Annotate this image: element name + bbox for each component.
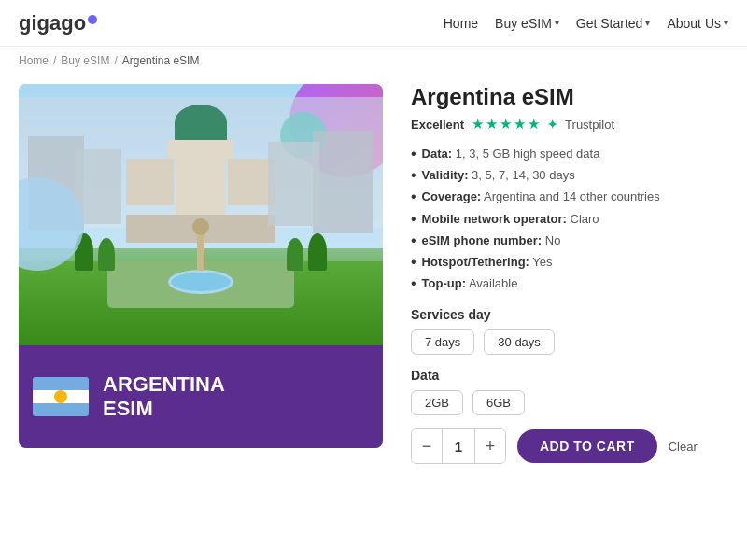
services-day-30[interactable]: 30 days bbox=[484, 329, 555, 355]
spec-coverage: • Coverage: Argentina and 14 other count… bbox=[411, 189, 728, 205]
specs-list: • Data: 1, 3, 5 GB high speed data • Val… bbox=[411, 146, 728, 292]
bullet-icon: • bbox=[411, 168, 416, 183]
data-6gb[interactable]: 6GB bbox=[472, 390, 525, 415]
bullet-icon: • bbox=[411, 255, 416, 270]
flag-sun bbox=[54, 390, 67, 403]
spec-data-value: 1, 3, 5 GB high speed data bbox=[456, 147, 600, 161]
dome-wings bbox=[126, 159, 275, 215]
product-image: ARGENTINA ESIM bbox=[19, 84, 383, 448]
breadcrumb-separator: / bbox=[114, 54, 117, 67]
rating-row: Excellent ★ ★ ★ ★ ★ ✦ Trustpilot bbox=[411, 116, 728, 133]
spec-phone-key: eSIM phone number: bbox=[422, 233, 543, 247]
nav-buy-esim[interactable]: Buy eSIM ▾ bbox=[495, 16, 559, 31]
trustpilot-icon: ✦ bbox=[547, 118, 557, 132]
star-1: ★ bbox=[472, 116, 484, 133]
scene-container bbox=[19, 84, 383, 345]
breadcrumb-buy-esim[interactable]: Buy eSIM bbox=[61, 54, 109, 67]
spec-topup-key: Top-up: bbox=[422, 276, 466, 290]
bullet-icon: • bbox=[411, 276, 416, 291]
spec-hotspot-value: Yes bbox=[532, 255, 552, 269]
bullet-icon: • bbox=[411, 233, 416, 248]
breadcrumb-separator: / bbox=[53, 54, 56, 67]
quantity-decrease-button[interactable]: − bbox=[412, 429, 442, 463]
bullet-icon: • bbox=[411, 189, 416, 204]
spec-data-key: Data: bbox=[422, 147, 453, 161]
banner-text: ARGENTINA ESIM bbox=[103, 372, 225, 422]
logo-text: gigago bbox=[19, 11, 86, 35]
logo-dot bbox=[88, 15, 97, 24]
spec-coverage-value: Argentina and 14 other countries bbox=[484, 189, 660, 203]
dome-cap bbox=[175, 105, 227, 140]
star-4: ★ bbox=[514, 116, 526, 133]
spec-validity: • Validity: 3, 5, 7, 14, 30 days bbox=[411, 167, 728, 184]
star-3: ★ bbox=[500, 116, 512, 133]
breadcrumb-home[interactable]: Home bbox=[19, 54, 49, 67]
logo[interactable]: gigago bbox=[19, 11, 97, 35]
spec-data: • Data: 1, 3, 5 GB high speed data bbox=[411, 146, 728, 162]
tree-2 bbox=[98, 238, 115, 271]
spec-hotspot: • Hotspot/Tethering: Yes bbox=[411, 254, 728, 271]
product-banner: ARGENTINA ESIM bbox=[19, 345, 383, 448]
nav-home[interactable]: Home bbox=[444, 16, 478, 31]
product-details: Argentina eSIM Excellent ★ ★ ★ ★ ★ ✦ Tru… bbox=[411, 84, 728, 464]
nav-about-us[interactable]: About Us ▾ bbox=[667, 16, 728, 31]
wing-left bbox=[126, 159, 174, 205]
services-day-options: 7 days 30 days bbox=[411, 329, 728, 355]
flag-stripe-bottom bbox=[33, 403, 89, 416]
fountain bbox=[168, 270, 233, 294]
spec-network-key: Mobile network operator: bbox=[422, 212, 567, 226]
banner-line1: ARGENTINA bbox=[103, 372, 225, 397]
bullet-icon: • bbox=[411, 212, 416, 227]
data-2gb[interactable]: 2GB bbox=[411, 390, 463, 415]
spec-validity-key: Validity: bbox=[422, 168, 469, 182]
product-title: Argentina eSIM bbox=[411, 84, 728, 110]
star-2: ★ bbox=[486, 116, 498, 133]
argentina-flag bbox=[33, 377, 89, 416]
cart-row: − 1 + ADD TO CART Clear bbox=[411, 428, 728, 464]
building-right-2 bbox=[268, 142, 319, 226]
trustpilot-label: Trustpilot bbox=[565, 118, 614, 132]
bullet-icon: • bbox=[411, 147, 416, 161]
dome-body bbox=[176, 159, 227, 215]
chevron-down-icon: ▾ bbox=[724, 18, 728, 28]
star-rating: ★ ★ ★ ★ ★ bbox=[472, 116, 540, 133]
quantity-control: − 1 + bbox=[411, 428, 506, 464]
spec-hotspot-key: Hotspot/Tethering: bbox=[422, 255, 529, 269]
flag-stripe-top bbox=[33, 377, 89, 390]
data-options: 2GB 6GB bbox=[411, 390, 728, 415]
nav-buy-esim-label: Buy eSIM bbox=[495, 16, 552, 31]
banner-line2: ESIM bbox=[103, 397, 225, 421]
spec-phone-value: No bbox=[545, 233, 561, 247]
spec-network: • Mobile network operator: Claro bbox=[411, 211, 728, 228]
building-right-1 bbox=[313, 131, 374, 233]
monument bbox=[197, 233, 204, 271]
services-day-7[interactable]: 7 days bbox=[411, 329, 474, 355]
monument-top bbox=[192, 218, 209, 235]
services-day-label: Services day bbox=[411, 307, 728, 322]
clear-link[interactable]: Clear bbox=[669, 440, 698, 454]
flag-stripe-middle bbox=[33, 390, 89, 403]
dome-neck bbox=[168, 140, 233, 159]
header: gigago Home Buy eSIM ▾ Get Started ▾ Abo… bbox=[0, 0, 747, 47]
spec-coverage-key: Coverage: bbox=[422, 189, 482, 203]
quantity-value: 1 bbox=[442, 429, 475, 463]
navigation: Home Buy eSIM ▾ Get Started ▾ About Us ▾ bbox=[444, 16, 728, 31]
data-label: Data bbox=[411, 368, 728, 383]
spec-phone-number: • eSIM phone number: No bbox=[411, 232, 728, 249]
chevron-down-icon: ▾ bbox=[555, 18, 559, 28]
main-content: ARGENTINA ESIM Argentina eSIM Excellent … bbox=[0, 75, 747, 473]
quantity-increase-button[interactable]: + bbox=[475, 429, 505, 463]
breadcrumb-current: Argentina eSIM bbox=[122, 54, 200, 67]
star-5-half: ★ bbox=[528, 116, 540, 133]
nav-home-label: Home bbox=[444, 16, 478, 31]
breadcrumb: Home / Buy eSIM / Argentina eSIM bbox=[0, 47, 747, 75]
spec-topup-value: Available bbox=[469, 276, 518, 290]
nav-get-started-label: Get Started bbox=[576, 16, 643, 31]
add-to-cart-button[interactable]: ADD TO CART bbox=[517, 429, 657, 463]
chevron-down-icon: ▾ bbox=[645, 18, 650, 28]
nav-get-started[interactable]: Get Started ▾ bbox=[576, 16, 651, 31]
nav-about-us-label: About Us bbox=[667, 16, 721, 31]
spec-network-value: Claro bbox=[571, 212, 599, 226]
spec-validity-value: 3, 5, 7, 14, 30 days bbox=[472, 168, 575, 182]
rating-label: Excellent bbox=[411, 118, 464, 132]
